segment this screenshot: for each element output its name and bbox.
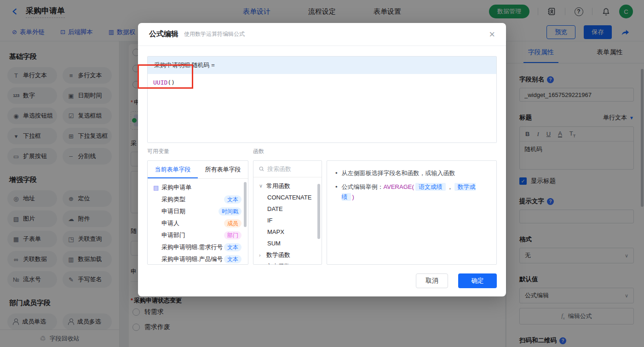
function-group-name: 文本函数 <box>266 262 290 265</box>
variable-item[interactable]: 采购申请明细.需求行号文本 <box>148 241 248 253</box>
variables-scrollbar[interactable] <box>244 182 247 227</box>
functions-label: 函数 <box>253 148 322 156</box>
variables-list: ▤采购申请单采购类型文本申请日期时间戳申请人成员申请部门部门采购申请明细.需求行… <box>148 179 248 265</box>
formula-code-area[interactable]: UUID() <box>148 74 496 142</box>
chevron-down-icon: ∨ <box>259 183 263 189</box>
function-item[interactable]: IF <box>253 215 322 226</box>
variable-name: 申请部门 <box>161 231 185 239</box>
functions-column: 函数 ∨常用函数CONCATENATEDATEIFMAPXSUM›数学函数›文本… <box>253 148 322 265</box>
formula-function: UUID <box>153 79 167 86</box>
function-search <box>253 161 322 177</box>
function-item[interactable]: MAPX <box>253 226 322 238</box>
tip-text-2: 公式编辑举例：AVERAGE(语文成绩，数学成绩) <box>342 182 488 202</box>
function-item[interactable]: DATE <box>253 203 322 215</box>
variable-type-badge: 文本 <box>224 255 242 263</box>
confirm-button[interactable]: 确定 <box>458 273 497 288</box>
close-icon[interactable]: × <box>489 29 495 40</box>
cancel-button[interactable]: 取消 <box>416 273 448 288</box>
formula-target: 采购申请明细.随机码 = <box>148 57 496 74</box>
variable-name: 采购类型 <box>161 195 185 204</box>
tab-current-form-fields[interactable]: 当前表单字段 <box>148 161 198 178</box>
modal-footer: 取消 确定 <box>416 273 497 288</box>
variable-type-badge: 文本 <box>224 195 242 204</box>
variables-label: 可用变量 <box>147 148 248 156</box>
bullet-icon: • <box>335 168 338 178</box>
modal-subtitle: 使用数学运算符编辑公式 <box>184 30 245 38</box>
variable-item[interactable]: 申请日期时间戳 <box>148 205 248 217</box>
app-window: 采购申请单 表单设计流程设定表单设置 数据管理 ? C ⊘表单外链⊡后端脚本▥数… <box>0 0 644 347</box>
variable-type-badge: 文本 <box>224 243 242 251</box>
function-item[interactable]: SUM <box>253 238 322 249</box>
variable-type-badge: 成员 <box>224 219 242 228</box>
function-group[interactable]: ›数学函数 <box>253 249 322 261</box>
search-icon <box>259 166 264 172</box>
tips-box: • 从左侧面板选择字段名和函数，或输入函数 • 公式编辑举例：AVERAGE(语… <box>327 160 497 265</box>
form-doc-icon: ▤ <box>153 184 159 191</box>
chevron-right-icon: › <box>259 252 263 258</box>
variable-name: 采购申请明细.产品编号 <box>161 255 223 263</box>
bullet-icon: • <box>335 182 338 192</box>
variable-type-badge: 部门 <box>224 231 242 239</box>
variable-name: 采购申请明细.需求行号 <box>161 243 223 251</box>
variable-item[interactable]: 申请人成员 <box>148 217 248 229</box>
variables-column: 可用变量 当前表单字段 所有表单字段 ▤采购申请单采购类型文本申请日期时间戳申请… <box>147 148 248 265</box>
variable-item[interactable]: 采购申请明细.产品编号文本 <box>148 253 248 265</box>
function-group-name: 常用函数 <box>266 182 290 190</box>
modal-body: 采购申请明细.随机码 = UUID() 可用变量 当前表单字段 所有表单字段 ▤… <box>138 46 506 265</box>
chevron-right-icon: › <box>259 264 263 265</box>
tip-line-2: • 公式编辑举例：AVERAGE(语文成绩，数学成绩) <box>335 182 488 202</box>
variable-root[interactable]: ▤采购申请单 <box>148 182 248 193</box>
functions-box: ∨常用函数CONCATENATEDATEIFMAPXSUM›数学函数›文本函数 <box>253 160 322 265</box>
formula-editor-modal: 公式编辑 使用数学运算符编辑公式 × 采购申请明细.随机码 = UUID() 可… <box>138 23 506 296</box>
variable-name: 申请人 <box>161 219 179 228</box>
tip-text-1: 从左侧面板选择字段名和函数，或输入函数 <box>342 168 455 178</box>
functions-list: ∨常用函数CONCATENATEDATEIFMAPXSUM›数学函数›文本函数 <box>253 177 322 265</box>
tips-label-spacer <box>327 148 497 156</box>
variable-item[interactable]: 申请部门部门 <box>148 229 248 241</box>
function-group[interactable]: ›文本函数 <box>253 261 322 265</box>
variable-name: 申请日期 <box>161 207 185 216</box>
modal-title: 公式编辑 <box>149 29 178 39</box>
functions-scrollbar[interactable] <box>317 184 320 239</box>
variable-type-badge: 时间戳 <box>218 207 242 216</box>
function-group[interactable]: ∨常用函数 <box>253 180 322 192</box>
formula-parens: () <box>167 79 175 86</box>
example-chip: 语文成绩 <box>415 183 446 191</box>
variables-tabs: 当前表单字段 所有表单字段 <box>148 161 248 179</box>
modal-header: 公式编辑 使用数学运算符编辑公式 × <box>138 23 506 46</box>
function-group-name: 数学函数 <box>266 251 290 259</box>
variable-root-name: 采购申请单 <box>161 183 191 192</box>
modal-panels: 可用变量 当前表单字段 所有表单字段 ▤采购申请单采购类型文本申请日期时间戳申请… <box>147 148 497 265</box>
tab-all-form-fields[interactable]: 所有表单字段 <box>198 161 248 178</box>
tips-column: • 从左侧面板选择字段名和函数，或输入函数 • 公式编辑举例：AVERAGE(语… <box>327 148 497 265</box>
tip-line-1: • 从左侧面板选择字段名和函数，或输入函数 <box>335 168 488 178</box>
variable-item[interactable]: 采购类型文本 <box>148 193 248 205</box>
function-search-input[interactable] <box>267 165 316 172</box>
formula-editor: 采购申请明细.随机码 = UUID() <box>147 56 497 143</box>
variables-box: 当前表单字段 所有表单字段 ▤采购申请单采购类型文本申请日期时间戳申请人成员申请… <box>147 160 248 265</box>
function-item[interactable]: CONCATENATE <box>253 192 322 203</box>
